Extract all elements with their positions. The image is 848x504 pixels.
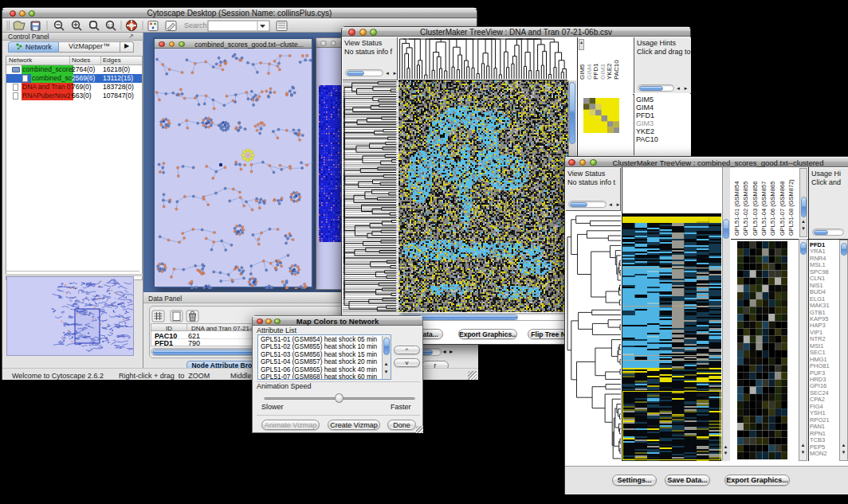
svg-text:1:1: 1:1	[108, 23, 113, 28]
svg-text:Search:: Search:	[184, 21, 209, 29]
